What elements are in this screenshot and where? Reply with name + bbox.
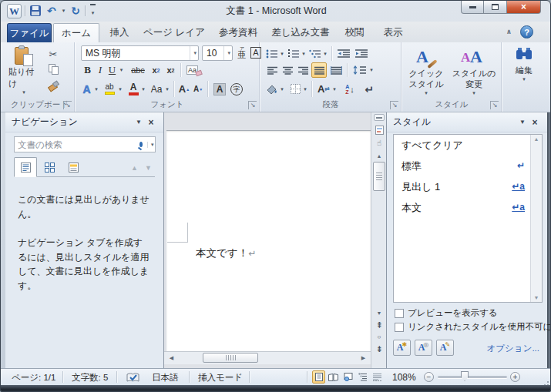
font-color-button[interactable]: A bbox=[126, 81, 140, 97]
numbering-button[interactable] bbox=[287, 46, 301, 61]
bold-button[interactable]: B bbox=[82, 63, 93, 77]
show-formatting-marks-button[interactable]: ↵ bbox=[362, 81, 376, 97]
style-inspector-button[interactable]: A◎ bbox=[415, 340, 432, 356]
paste-button[interactable]: 貼り付け ▾ bbox=[8, 45, 39, 95]
previous-page-button[interactable]: ⇞ bbox=[373, 320, 385, 330]
next-heading-button[interactable]: ▼ bbox=[145, 164, 152, 172]
underline-dropdown[interactable]: ▾ bbox=[118, 63, 125, 77]
scroll-up-button[interactable]: ▲ bbox=[531, 136, 542, 142]
shrink-font-button[interactable]: A▼ bbox=[192, 81, 204, 97]
browse-pages-tab[interactable] bbox=[38, 157, 61, 177]
styles-list-scrollbar[interactable]: ▲ ▼ bbox=[530, 135, 542, 302]
browse-object-page-button[interactable] bbox=[373, 124, 385, 136]
highlight-dropdown[interactable]: ▾ bbox=[117, 81, 123, 97]
increase-indent-button[interactable] bbox=[354, 46, 370, 61]
multilevel-list-dropdown[interactable]: ▾ bbox=[322, 46, 328, 61]
asian-layout-button[interactable]: A ⇄ bbox=[316, 81, 331, 97]
collapse-ribbon-icon[interactable]: ∧ bbox=[506, 28, 512, 35]
resize-grip[interactable] bbox=[547, 381, 549, 383]
align-right-button[interactable] bbox=[296, 63, 310, 77]
pane-close-button[interactable]: × bbox=[529, 116, 541, 128]
tab-review[interactable]: 校閲 bbox=[337, 23, 372, 42]
zoom-in-button[interactable]: + bbox=[510, 372, 520, 382]
insert-mode-indicator[interactable]: 挿入モード bbox=[198, 371, 243, 384]
draft-view-button[interactable] bbox=[371, 370, 384, 384]
horizontal-scroll-thumb[interactable] bbox=[203, 353, 258, 363]
horizontal-scrollbar[interactable]: ◀ ▶ bbox=[164, 351, 371, 364]
word-count-indicator[interactable]: 文字数: 5 bbox=[72, 371, 108, 384]
next-page-button[interactable]: ⇟ bbox=[373, 343, 385, 354]
distribute-button[interactable] bbox=[328, 63, 344, 77]
vertical-scrollbar[interactable]: ☝ ▲ ▼ ⇞ ○ ⇟ bbox=[371, 112, 386, 368]
enclose-characters-button[interactable]: 字 bbox=[229, 81, 244, 97]
character-shading-button[interactable]: A bbox=[212, 81, 227, 97]
change-styles-button[interactable]: AA スタイルの 変更 ▾ bbox=[450, 45, 498, 96]
change-case-dropdown[interactable]: ▾ bbox=[164, 81, 170, 97]
language-indicator[interactable]: 日本語 bbox=[152, 371, 179, 384]
web-layout-view-button[interactable] bbox=[341, 370, 354, 384]
scroll-up-button[interactable]: ▲ bbox=[373, 151, 385, 160]
change-case-button[interactable]: Aa bbox=[149, 81, 164, 97]
text-effects-button[interactable]: A bbox=[80, 81, 93, 97]
borders-button[interactable] bbox=[288, 81, 302, 97]
minimize-button[interactable] bbox=[461, 1, 484, 14]
search-options-dropdown[interactable]: ▾ bbox=[147, 142, 157, 148]
document-search-box[interactable]: ▾ bbox=[14, 136, 156, 152]
ruler-toggle-button[interactable] bbox=[374, 114, 385, 121]
line-spacing-button[interactable] bbox=[351, 63, 368, 77]
grow-font-button[interactable]: A▲ bbox=[177, 81, 191, 97]
options-link[interactable]: オプション... bbox=[487, 343, 539, 354]
help-button[interactable]: ? bbox=[520, 25, 533, 39]
zoom-level[interactable]: 108% bbox=[392, 371, 416, 384]
browse-results-tab[interactable] bbox=[62, 157, 85, 177]
asian-layout-dropdown[interactable]: ▾ bbox=[331, 81, 338, 97]
document-page[interactable]: 本文です！↵ bbox=[166, 130, 371, 351]
style-item-clear-all[interactable]: すべてクリア bbox=[394, 135, 542, 156]
multilevel-list-button[interactable] bbox=[308, 46, 322, 61]
font-size-combo[interactable]: 10▾ bbox=[202, 45, 233, 61]
manage-styles-button[interactable]: A✎ bbox=[436, 340, 454, 356]
styles-dialog-launcher[interactable]: ↘ bbox=[490, 101, 499, 109]
customize-qat-button[interactable]: ▾ bbox=[89, 4, 97, 18]
scroll-left-button[interactable]: ◀ bbox=[166, 353, 177, 364]
underline-button[interactable]: U bbox=[107, 63, 117, 77]
justify-button[interactable] bbox=[311, 62, 327, 78]
font-color-dropdown[interactable]: ▾ bbox=[140, 81, 146, 97]
scroll-right-button[interactable]: ▶ bbox=[358, 353, 369, 364]
highlight-button[interactable]: ab bbox=[102, 81, 117, 97]
tab-mailings[interactable]: 差し込み文書 bbox=[267, 23, 334, 42]
borders-dropdown[interactable]: ▾ bbox=[302, 81, 308, 97]
undo-button[interactable]: ↶ bbox=[45, 4, 58, 18]
font-name-combo[interactable]: MS 明朝▾ bbox=[81, 45, 199, 61]
zoom-slider-track[interactable] bbox=[438, 376, 507, 378]
save-button[interactable] bbox=[29, 4, 42, 18]
sort-button[interactable]: AZ ↓ bbox=[342, 81, 358, 97]
browse-headings-tab[interactable] bbox=[14, 157, 37, 177]
select-browse-object-button[interactable]: ○ bbox=[373, 332, 385, 342]
shading-button[interactable] bbox=[265, 81, 279, 97]
copy-button[interactable] bbox=[45, 62, 61, 76]
quick-styles-button[interactable]: A クイック スタイル ▾ bbox=[405, 45, 447, 96]
phonetic-guide-button[interactable]: ア亜 bbox=[236, 45, 248, 61]
pane-menu-dropdown[interactable]: ▼ bbox=[516, 116, 529, 128]
superscript-button[interactable]: x2 bbox=[164, 63, 177, 77]
subscript-button[interactable]: x2 bbox=[150, 63, 163, 77]
tab-home[interactable]: ホーム bbox=[53, 23, 99, 42]
zoom-out-button[interactable]: − bbox=[424, 372, 434, 382]
style-item-body-text[interactable]: 本文↵a bbox=[394, 197, 542, 218]
strikethrough-button[interactable]: abc bbox=[128, 63, 148, 77]
proofing-status-icon[interactable] bbox=[126, 373, 139, 386]
close-button[interactable]: × bbox=[507, 1, 541, 14]
outline-view-button[interactable] bbox=[356, 370, 369, 384]
numbering-dropdown[interactable]: ▾ bbox=[301, 46, 307, 61]
tab-references[interactable]: 参考資料 bbox=[212, 23, 264, 42]
page-indicator[interactable]: ページ: 1/1 bbox=[12, 371, 55, 384]
previous-heading-button[interactable]: ▲ bbox=[131, 164, 138, 172]
fullscreen-reading-view-button[interactable] bbox=[327, 370, 340, 384]
font-dialog-launcher[interactable]: ↘ bbox=[248, 101, 257, 109]
zoom-slider-thumb[interactable] bbox=[461, 371, 469, 381]
tab-insert[interactable]: 挿入 bbox=[102, 23, 136, 42]
italic-button[interactable]: I bbox=[96, 63, 105, 77]
document-text[interactable]: 本文です！↵ bbox=[196, 246, 256, 260]
line-spacing-dropdown[interactable]: ▾ bbox=[368, 63, 375, 77]
